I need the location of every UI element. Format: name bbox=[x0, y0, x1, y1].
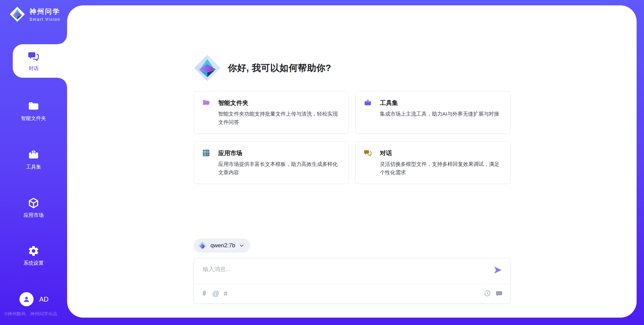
feature-card-smart-folder[interactable]: 智能文件夹 智能文件夹功能支持批量文件上传与清洗，轻松实现文件问答 bbox=[194, 91, 349, 134]
feature-card-chat[interactable]: 对话 灵活切换多模型文件，支持多样回复效果调试，满足个性化需求 bbox=[355, 141, 511, 184]
folder-open-icon bbox=[202, 99, 210, 107]
attach-button[interactable] bbox=[201, 290, 208, 297]
model-name: qwen2:7b bbox=[211, 242, 235, 249]
model-selector[interactable]: qwen2:7b bbox=[194, 239, 251, 253]
mention-button[interactable]: @ bbox=[212, 290, 219, 297]
feature-card-toolset[interactable]: 工具集 集成市场上主流工具，助力AI与外界无缝扩展与对接 bbox=[355, 91, 511, 134]
chat-bubbles-icon bbox=[28, 50, 40, 62]
copyright-text: ©神州数码 · 神州问学出品 bbox=[4, 311, 57, 317]
sidebar-item-chat[interactable]: 对话 bbox=[0, 44, 67, 78]
user-avatar-icon bbox=[19, 292, 34, 306]
chat-square-icon bbox=[495, 290, 503, 297]
at-icon: @ bbox=[212, 290, 219, 297]
feedback-button[interactable] bbox=[495, 290, 503, 297]
greeting: 你好, 我可以如何帮助你? bbox=[194, 54, 511, 82]
tab-curve-top bbox=[58, 35, 67, 44]
chevron-down-icon bbox=[239, 243, 245, 249]
diamond-logo-icon bbox=[194, 54, 221, 82]
composer-area: qwen2:7b @ # bbox=[194, 239, 511, 304]
user-profile[interactable]: AD bbox=[19, 292, 49, 306]
sidebar-item-label: 工具集 bbox=[26, 164, 41, 170]
send-arrow-icon bbox=[493, 265, 503, 275]
sidebar-item-label: 系统设置 bbox=[23, 260, 44, 266]
toolbox-icon bbox=[28, 149, 40, 161]
main-content: 你好, 我可以如何帮助你? 智能文件夹 智能文件夹功能支持批量文件上传与清洗，轻… bbox=[194, 5, 511, 318]
sidebar-item-label: 对话 bbox=[29, 65, 39, 72]
hash-icon: # bbox=[224, 290, 228, 297]
sidebar-item-toolset[interactable]: 工具集 bbox=[0, 143, 67, 176]
card-description: 灵活切换多模型文件，支持多样回复效果调试，满足个性化需求 bbox=[380, 160, 502, 177]
paperclip-icon bbox=[201, 290, 208, 297]
brand-text: 神州问学 Smart Vision bbox=[30, 7, 60, 22]
sidebar-item-smart-folder[interactable]: 智能文件夹 bbox=[0, 94, 67, 128]
card-description: 集成市场上主流工具，助力AI与外界无缝扩展与对接 bbox=[380, 110, 502, 118]
composer-toolbar: @ # bbox=[194, 283, 510, 303]
folder-icon bbox=[28, 100, 40, 112]
diamond-logo-icon bbox=[9, 6, 25, 22]
diamond-logo-icon bbox=[198, 241, 207, 250]
feature-card-app-market[interactable]: 应用市场 应用市场提供丰富长文本模板，助力高效生成多样化文章内容 bbox=[194, 141, 349, 184]
card-title: 智能文件夹 bbox=[218, 99, 249, 107]
greeting-title: 你好, 我可以如何帮助你? bbox=[228, 62, 331, 74]
chat-bubbles-icon bbox=[364, 149, 372, 157]
brand-subtitle: Smart Vision bbox=[30, 17, 60, 22]
sidebar-item-app-market[interactable]: 应用市场 bbox=[0, 191, 67, 224]
card-title: 对话 bbox=[380, 149, 392, 157]
topic-button[interactable]: # bbox=[224, 290, 228, 297]
user-name: AD bbox=[39, 296, 49, 303]
card-title: 应用市场 bbox=[218, 149, 243, 157]
grid-blocks-icon bbox=[202, 149, 210, 157]
history-icon bbox=[484, 290, 491, 297]
history-button[interactable] bbox=[484, 290, 491, 297]
card-description: 应用市场提供丰富长文本模板，助力高效生成多样化文章内容 bbox=[218, 160, 340, 177]
tab-curve-bottom bbox=[58, 78, 67, 87]
sidebar: 神州问学 Smart Vision 对话 智能文件夹 工具集 应用市场 系统设置 bbox=[0, 0, 67, 325]
main-panel: 你好, 我可以如何帮助你? 智能文件夹 智能文件夹功能支持批量文件上传与清洗，轻… bbox=[67, 5, 637, 318]
send-button[interactable] bbox=[493, 265, 503, 275]
sidebar-item-settings[interactable]: 系统设置 bbox=[0, 239, 67, 272]
brand-logo: 神州问学 Smart Vision bbox=[9, 6, 60, 22]
feature-cards: 智能文件夹 智能文件夹功能支持批量文件上传与清洗，轻松实现文件问答 工具集 集成… bbox=[194, 91, 511, 184]
brand-name: 神州问学 bbox=[30, 7, 60, 16]
message-composer: @ # bbox=[194, 258, 511, 304]
gear-icon bbox=[28, 245, 40, 257]
cube-icon bbox=[28, 197, 40, 209]
card-description: 智能文件夹功能支持批量文件上传与清洗，轻松实现文件问答 bbox=[218, 110, 340, 127]
sidebar-item-label: 智能文件夹 bbox=[21, 115, 46, 122]
sidebar-item-label: 应用市场 bbox=[23, 212, 44, 218]
card-title: 工具集 bbox=[380, 99, 398, 107]
toolbox-icon bbox=[364, 99, 372, 107]
message-input[interactable] bbox=[194, 258, 487, 283]
